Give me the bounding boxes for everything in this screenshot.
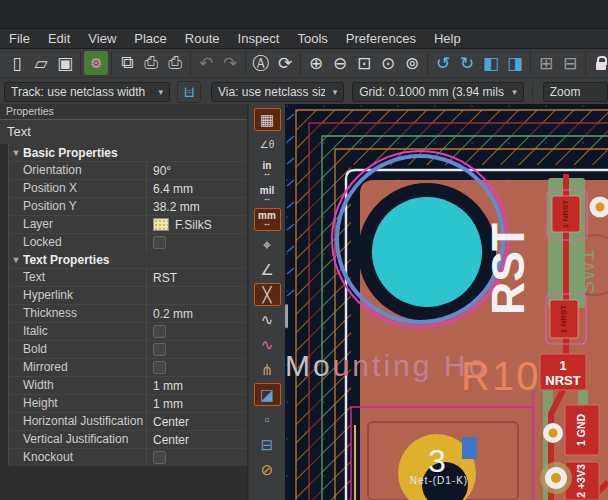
menu-place[interactable]: Place bbox=[125, 29, 176, 48]
plot-icon[interactable]: ⎙ bbox=[163, 51, 187, 75]
find-icon[interactable]: Ⓐ bbox=[249, 51, 273, 75]
pad-display-mode-icon[interactable]: ⊘ bbox=[254, 458, 281, 481]
property-row-bold: Bold bbox=[9, 340, 247, 358]
property-row-italic: Italic bbox=[9, 322, 247, 340]
zoom-in-icon[interactable]: ⊕ bbox=[304, 51, 328, 75]
property-row-text: TextRST bbox=[9, 268, 247, 286]
redo-icon[interactable]: ↷ bbox=[218, 51, 242, 75]
print-icon[interactable]: ⎙ bbox=[139, 51, 163, 75]
zoom-dropdown[interactable]: Zoom bbox=[543, 82, 608, 102]
property-value[interactable] bbox=[146, 234, 247, 251]
property-value[interactable]: F.SilkS bbox=[146, 216, 247, 233]
menu-file[interactable]: File bbox=[0, 29, 39, 48]
section-title: Text Properties bbox=[23, 253, 109, 267]
menu-route[interactable]: Route bbox=[176, 29, 229, 48]
main-toolbar: ▯▱▣⚙⧉⎙⎙↶↷Ⓐ⟳⊕⊖⊡⊙⊚↺↻◧◨⊞⊟ bbox=[0, 49, 608, 77]
property-row-layer: LayerF.SilkS bbox=[9, 215, 247, 233]
ungroup-icon[interactable]: ⊟ bbox=[558, 51, 582, 75]
property-value[interactable]: 1 mm bbox=[146, 377, 247, 394]
toolbar-separator bbox=[532, 82, 533, 102]
property-value[interactable]: Center bbox=[146, 431, 247, 448]
grid-toggle-icon[interactable]: ▦ bbox=[254, 108, 281, 131]
property-label: Text bbox=[9, 269, 146, 286]
checkbox[interactable] bbox=[153, 325, 166, 338]
pad-3-number: 3 bbox=[428, 443, 446, 479]
zoom-fit-icon[interactable]: ⊡ bbox=[352, 51, 376, 75]
menubar: FileEditViewPlaceRouteInspectToolsPrefer… bbox=[0, 29, 608, 49]
checkbox[interactable] bbox=[153, 343, 166, 356]
undo-icon[interactable]: ↶ bbox=[194, 51, 218, 75]
hide-ratsnest-icon[interactable]: ∿ bbox=[254, 333, 281, 356]
toolbar-group: ↶↷ bbox=[191, 51, 246, 75]
pcb-canvas[interactable]: Mounting Ho R10 RST 3 Net-(D1-K) SW1 bbox=[285, 104, 608, 500]
canvas-scrollbar-thumb[interactable] bbox=[285, 304, 288, 328]
open-board-icon[interactable]: ▱ bbox=[29, 51, 53, 75]
zoom-selection-icon[interactable]: ⊚ bbox=[400, 51, 424, 75]
property-value[interactable]: 1 mm bbox=[146, 395, 247, 412]
property-value[interactable]: Center bbox=[146, 413, 247, 430]
section-header-text-properties[interactable]: ▼Text Properties bbox=[9, 251, 247, 268]
property-value[interactable] bbox=[146, 449, 247, 466]
menu-inspect[interactable]: Inspect bbox=[229, 29, 289, 48]
rotate-ccw-icon[interactable]: ↺ bbox=[431, 51, 455, 75]
property-value[interactable]: 0.2 mm bbox=[146, 305, 247, 322]
rotate-cw-icon[interactable]: ↻ bbox=[455, 51, 479, 75]
property-value[interactable] bbox=[146, 287, 247, 304]
property-value[interactable] bbox=[146, 359, 247, 376]
cursor-shape-icon[interactable]: ⌖ bbox=[254, 233, 281, 256]
section-title: Basic Properties bbox=[23, 146, 118, 160]
units-mils-icon[interactable]: mil↔ bbox=[254, 183, 281, 206]
layer-color-swatch bbox=[153, 218, 169, 231]
net-highlight-icon[interactable]: ⋔ bbox=[254, 358, 281, 381]
save-icon[interactable]: ▣ bbox=[53, 51, 77, 75]
menu-tools[interactable]: Tools bbox=[288, 29, 336, 48]
group-icon[interactable]: ⊞ bbox=[534, 51, 558, 75]
curved-ratsnest-icon[interactable]: ∿ bbox=[254, 308, 281, 331]
menu-preferences[interactable]: Preferences bbox=[337, 29, 425, 48]
menu-help[interactable]: Help bbox=[425, 29, 470, 48]
polar-coords-icon[interactable]: ∠θ bbox=[254, 133, 281, 156]
property-label: Height bbox=[9, 395, 146, 412]
lock-icon[interactable] bbox=[589, 51, 608, 75]
property-value[interactable]: RST bbox=[146, 269, 247, 286]
flip-horizontal-icon[interactable]: ◧ bbox=[479, 51, 503, 75]
units-inches-icon[interactable]: in↔ bbox=[254, 158, 281, 181]
checkbox[interactable] bbox=[153, 451, 166, 464]
checkbox[interactable] bbox=[153, 236, 166, 249]
property-label: Bold bbox=[9, 341, 146, 358]
property-value[interactable]: 6.4 mm bbox=[146, 180, 247, 197]
zoom-out-icon[interactable]: ⊖ bbox=[328, 51, 352, 75]
board-setup-icon[interactable]: ⚙ bbox=[84, 51, 108, 75]
track-width-dropdown[interactable]: Track: use netclass width ▾ bbox=[4, 82, 170, 102]
pad-3v3-label: 2 +3V3 bbox=[575, 464, 587, 498]
grid-dropdown[interactable]: Grid: 0.1000 mm (3.94 mils) ▾ bbox=[352, 82, 524, 102]
property-value[interactable]: 90° bbox=[146, 162, 247, 179]
property-label: Locked bbox=[9, 234, 146, 251]
menu-view[interactable]: View bbox=[79, 29, 125, 48]
toolbar-group: ⚙ bbox=[81, 51, 112, 75]
page-settings-icon[interactable]: ⧉ bbox=[115, 51, 139, 75]
auto-track-width-icon[interactable]: ⊔ = bbox=[177, 81, 201, 103]
sketch-mode-icon[interactable]: ▫ bbox=[254, 408, 281, 431]
refresh-icon[interactable]: ⟳ bbox=[273, 51, 297, 75]
zoom-objects-icon[interactable]: ⊙ bbox=[376, 51, 400, 75]
collapse-arrow-icon: ▼ bbox=[9, 148, 23, 158]
property-value[interactable] bbox=[146, 323, 247, 340]
chevron-down-icon: ▾ bbox=[159, 87, 164, 97]
angle-45-icon[interactable]: ∠ bbox=[254, 258, 281, 281]
flip-vertical-icon[interactable]: ◨ bbox=[503, 51, 527, 75]
pad-nrst-big-net: NRST bbox=[545, 373, 580, 388]
via-size-dropdown[interactable]: Via: use netclass sizes ▾ bbox=[211, 82, 344, 102]
property-value[interactable] bbox=[146, 341, 247, 358]
property-row-knockout: Knockout bbox=[9, 448, 247, 466]
menu-edit[interactable]: Edit bbox=[39, 29, 79, 48]
section-header-basic-properties[interactable]: ▼Basic Properties bbox=[9, 144, 247, 161]
property-value[interactable]: 38.2 mm bbox=[146, 198, 247, 215]
properties-panel: Properties Text ▼Basic PropertiesOrienta… bbox=[0, 104, 248, 500]
new-board-icon[interactable]: ▯ bbox=[5, 51, 29, 75]
ratsnest-toggle-icon[interactable]: ╳ bbox=[254, 283, 281, 306]
footprint-outline-mode-icon[interactable]: ⊟ bbox=[254, 433, 281, 456]
checkbox[interactable] bbox=[153, 361, 166, 374]
units-mm-icon[interactable]: mm↔ bbox=[254, 208, 281, 231]
inactive-layer-mode-icon[interactable]: ◪ bbox=[254, 383, 281, 406]
